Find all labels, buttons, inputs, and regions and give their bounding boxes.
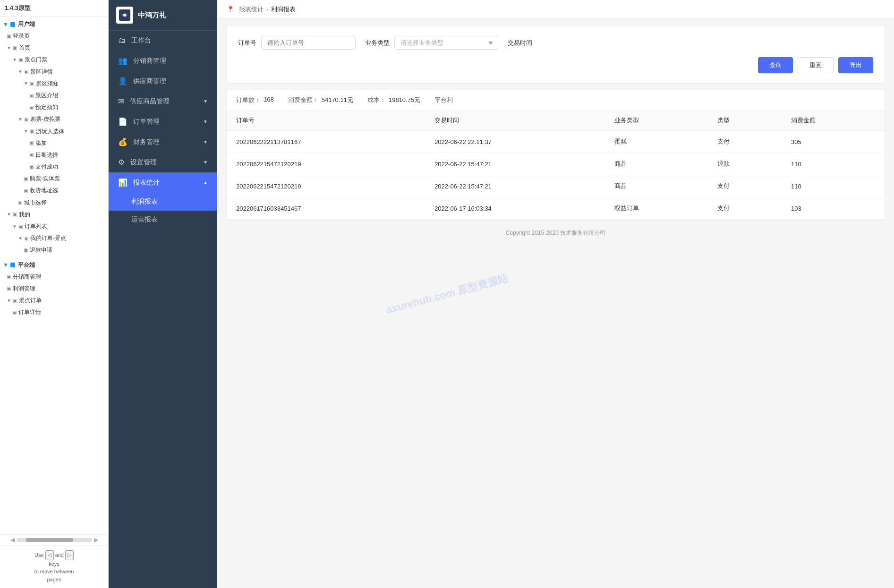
tree-virtual-ticket[interactable]: ▼ ▣ 购票-虚拟票: [0, 113, 108, 125]
scroll-left-btn[interactable]: ◀: [10, 537, 15, 543]
amount-cell: 103: [782, 197, 885, 220]
tree-profit-mgmt[interactable]: ▣ 利润管理: [0, 283, 108, 295]
nav-report[interactable]: 📊 报表统计 ▲: [109, 172, 217, 193]
page-icon: ▣: [13, 211, 17, 218]
tree-physical-ticket[interactable]: ▣ 购票-实体票: [0, 173, 108, 185]
app-version: 1.4.3原型: [0, 0, 108, 17]
nav-operation-report[interactable]: 运营报表: [109, 211, 217, 229]
business-type-cell: 权益订单: [605, 197, 708, 220]
amount-cell: 110: [782, 153, 885, 175]
page-icon: ▣: [24, 116, 28, 123]
order-count-label: 订单数：: [236, 96, 261, 104]
page-icon: ▣: [24, 175, 28, 183]
business-type-cell: 商品: [605, 175, 708, 197]
workbench-icon: 🗂: [118, 36, 126, 45]
order-no-cell: 2022061716033451467: [227, 197, 425, 220]
order-no-cell: 2022062222113781167: [227, 131, 425, 153]
col-transaction-time: 交易时间: [425, 111, 605, 131]
tree-date-select[interactable]: ▣ 日期选择: [0, 149, 108, 161]
export-button[interactable]: 导出: [838, 57, 873, 73]
breadcrumb: 📍 报表统计 › 利润报表: [227, 5, 296, 14]
nav-profit-report[interactable]: 利润报表: [109, 193, 217, 211]
expand-icon2: ▼: [203, 119, 208, 124]
amount-value: 54170.11元: [322, 96, 353, 104]
h-scrollbar-thumb[interactable]: [26, 538, 73, 542]
settings-icon: ⚙: [118, 158, 125, 167]
sidebar-nav: 中鸿万礼 🗂 工作台 👥 分销商管理 👤 供应商管理 ✉ 供应商品管理 ▼ 📄 …: [109, 0, 217, 588]
business-type-cell: 商品: [605, 153, 708, 175]
page-icon: ▣: [7, 273, 11, 281]
nav-distributor[interactable]: 👥 分销商管理: [109, 51, 217, 71]
business-type-select[interactable]: 请选择业务类型 蛋糕 商品 权益订单: [394, 36, 498, 50]
tree-scenic-detail[interactable]: ▼ ▣ 景区详情: [0, 66, 108, 78]
amount-cell: 110: [782, 175, 885, 197]
nav-supplier[interactable]: 👤 供应商管理: [109, 71, 217, 91]
table-body: 20220622221137811672022-06-22 22:11:37蛋糕…: [227, 131, 885, 220]
h-scrollbar-track[interactable]: [17, 538, 92, 542]
nav-workbench[interactable]: 🗂 工作台: [109, 31, 217, 51]
section-platform[interactable]: ▼ 平台端: [0, 259, 108, 271]
tree-distributor-mgmt[interactable]: ▣ 分销商管理: [0, 271, 108, 283]
content-body: 订单号 业务类型 请选择业务类型 蛋糕 商品 权益订单 交易时间: [217, 19, 894, 588]
filter-card: 订单号 业务类型 请选择业务类型 蛋糕 商品 权益订单 交易时间: [227, 26, 885, 83]
tree-login[interactable]: ▣ 登录页: [0, 30, 108, 42]
main-content: 📍 报表统计 › 利润报表 订单号 业务类型 请选择业务类型 蛋糕 商品: [217, 0, 894, 588]
footer-copyright: Copyright 2015-2020 技术服务有限公司: [227, 220, 885, 242]
tree-address[interactable]: ▣ 收货地址选: [0, 185, 108, 196]
query-button[interactable]: 查询: [758, 57, 793, 73]
order-count-value: 168: [264, 96, 274, 104]
tree-add[interactable]: ▣ 添加: [0, 137, 108, 149]
tree-scenic-notice[interactable]: ▼ ▣ 景区须知: [0, 78, 108, 90]
tree-home[interactable]: ▼ ▣ 首页: [0, 42, 108, 54]
nav-settings[interactable]: ⚙ 设置管理 ▼: [109, 152, 217, 172]
tree-mine[interactable]: ▼ ▣ 我的: [0, 209, 108, 221]
order-no-cell: 2022062215472120219: [227, 175, 425, 197]
tree-order-detail[interactable]: ▣ 订单详情: [0, 307, 108, 318]
page-icon: ▣: [24, 247, 28, 254]
order-count-summary: 订单数： 168: [236, 96, 274, 104]
nav-finance[interactable]: 💰 财务管理 ▼: [109, 132, 217, 152]
tree-scenic-ticket[interactable]: ▼ ▣ 景点门票: [0, 54, 108, 66]
order-no-input[interactable]: [261, 36, 356, 50]
order-icon: 📄: [118, 117, 128, 126]
col-type: 类型: [708, 111, 782, 131]
reset-button[interactable]: 重置: [798, 57, 834, 73]
tree-refund[interactable]: ▣ 退款申请: [0, 244, 108, 256]
tree-player-select[interactable]: ▼ ▣ 游玩人选择: [0, 126, 108, 137]
table-row: 20220622154721202192022-06-22 15:47:21商品…: [227, 175, 885, 197]
transaction-time-cell: 2022-06-17 16:03:34: [425, 197, 605, 220]
tree-scenic-intro[interactable]: ▣ 景区介绍: [0, 90, 108, 102]
cost-value: 19810.75元: [389, 96, 420, 104]
transaction-time-cell: 2022-06-22 15:47:21: [425, 153, 605, 175]
section-platform-label: 平台端: [18, 261, 35, 269]
nav-order-mgmt[interactable]: 📄 订单管理 ▼: [109, 111, 217, 132]
tree-my-order-scenic[interactable]: ▼ ▣ 我的订单-景点: [0, 232, 108, 244]
page-icon: ▣: [18, 199, 22, 206]
section-user[interactable]: ▼ 用户端: [0, 18, 108, 30]
nav-workbench-label: 工作台: [131, 36, 208, 45]
report-icon: 📊: [118, 178, 128, 187]
scroll-controls[interactable]: ◀ ▶: [0, 534, 108, 545]
right-key: ▷: [65, 550, 74, 560]
tree-booking-notice[interactable]: ▣ 预定须知: [0, 102, 108, 113]
tree-pay-success[interactable]: ▣ 支付成功: [0, 161, 108, 173]
tree-order-list[interactable]: ▼ ▣ 订单列表: [0, 221, 108, 232]
nav-supplier-product[interactable]: ✉ 供应商品管理 ▼: [109, 91, 217, 111]
table-row: 20220617160334514672022-06-17 16:03:34权益…: [227, 197, 885, 220]
page-icon: ▣: [29, 139, 34, 147]
tree-scenic-order[interactable]: ▼ ▣ 景点订单: [0, 295, 108, 307]
scroll-right-btn[interactable]: ▶: [94, 537, 98, 543]
nav-report-label: 报表统计: [133, 179, 203, 187]
page-icon: ▣: [7, 285, 11, 292]
tree-city-select[interactable]: ▣ 城市选择: [0, 197, 108, 209]
page-icon: ▣: [13, 44, 17, 52]
platform-profit-summary: 平台利: [434, 96, 453, 104]
table-row: 20220622221137811672022-06-22 22:11:37蛋糕…: [227, 131, 885, 153]
tree-area[interactable]: ▼ 用户端 ▣ 登录页 ▼ ▣ 首页 ▼ ▣ 景点门票 ▼ ▣ 景区详情 ▼ ▣…: [0, 17, 108, 534]
cost-summary: 成本： 19810.75元: [367, 96, 420, 104]
page-icon: ▣: [12, 309, 17, 316]
transaction-time-label: 交易时间: [508, 39, 532, 47]
col-order-no: 订单号: [227, 111, 425, 131]
page-icon: ▣: [30, 128, 34, 135]
section-user-label: 用户端: [18, 20, 35, 28]
